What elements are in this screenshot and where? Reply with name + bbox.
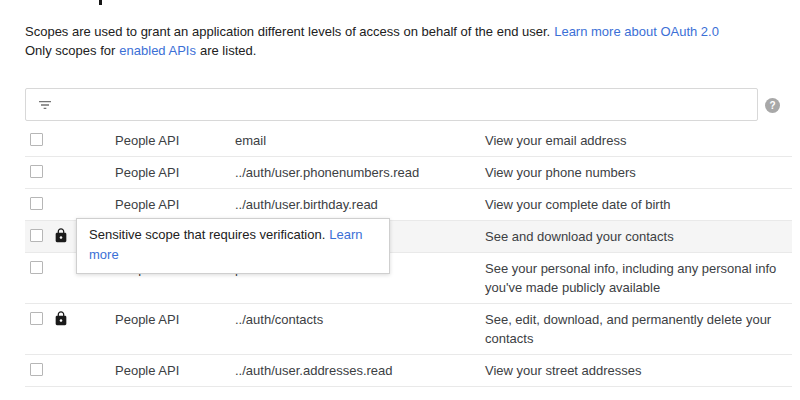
help-icon[interactable]: ? [765,98,780,113]
sensitive-scope-tooltip: Sensitive scope that requires verificati… [76,218,390,274]
row-checkbox[interactable] [30,312,43,325]
row-checkbox[interactable] [30,133,43,146]
oauth-scopes-page: { "page": { "intro_line1": "Scopes are u… [0,0,800,400]
api-name-cell: People API [115,310,179,329]
intro-line2-prefix: Only scopes for [25,43,115,58]
oauth-learn-more-link[interactable]: Learn more about OAuth 2.0 [554,24,719,39]
description-cell: View your email address [485,125,793,156]
clipped-heading-fragment [99,0,102,5]
row-checkbox[interactable] [30,165,43,178]
intro-line2-suffix: are listed. [200,43,256,58]
table-row: People API email View your email address [25,125,792,157]
row-checkbox[interactable] [30,197,43,210]
api-name-cell: People API [115,163,179,182]
row-checkbox[interactable] [30,229,43,242]
description-cell: View your phone numbers [485,157,793,188]
intro-line1: Scopes are used to grant an application … [25,24,550,39]
scope-cell: ../auth/contacts [235,310,323,329]
enabled-apis-link[interactable]: enabled APIs [119,43,196,58]
filter-icon [37,97,53,113]
row-checkbox[interactable] [30,363,43,376]
description-cell: See and download your contacts [485,221,793,252]
scope-cell: email [235,131,266,150]
api-name-cell: People API [115,195,179,214]
table-row: People API ../auth/user.phonenumbers.rea… [25,157,792,189]
api-name-cell: People API [115,361,179,380]
filter-input[interactable] [62,89,746,120]
description-cell: See, edit, download, and permanently del… [485,304,793,354]
lock-icon [53,309,69,328]
tooltip-text: Sensitive scope that requires verificati… [89,227,325,242]
scope-cell: ../auth/user.phonenumbers.read [235,163,419,182]
table-row: People API ../auth/user.birthday.read Vi… [25,189,792,221]
lock-icon [53,226,69,245]
scope-cell: ../auth/user.addresses.read [235,361,393,380]
intro-text: Scopes are used to grant an application … [25,22,719,60]
row-checkbox[interactable] [30,261,43,274]
table-row: People API ../auth/user.addresses.read V… [25,355,792,387]
description-cell: View your complete date of birth [485,189,793,220]
scope-cell: ../auth/user.birthday.read [235,195,378,214]
table-row: People API ../auth/contacts See, edit, d… [25,304,792,355]
description-cell: See your personal info, including any pe… [485,253,793,303]
api-name-cell: People API [115,131,179,150]
description-cell: View your street addresses [485,355,793,386]
scope-filter-box[interactable] [25,88,758,121]
